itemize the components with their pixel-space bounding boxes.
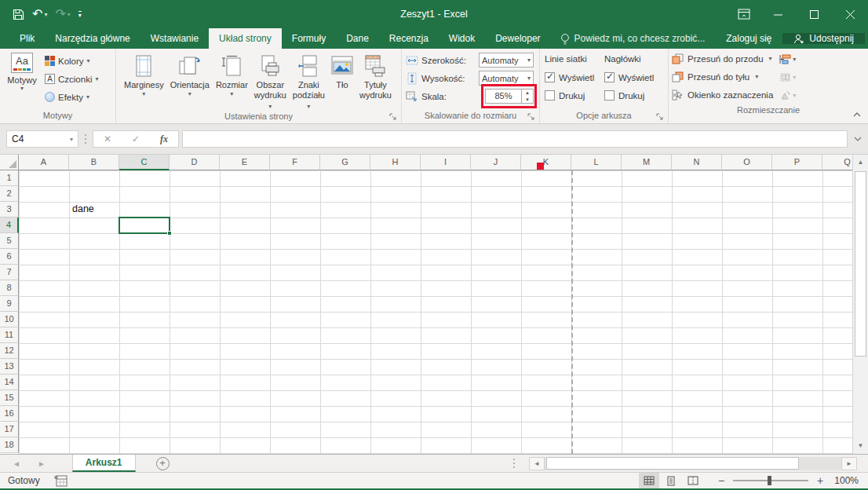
column-header-G[interactable]: G <box>320 155 370 170</box>
enter-button[interactable]: ✓ <box>122 133 150 144</box>
zoom-out-button[interactable]: − <box>716 474 727 487</box>
scale-spin-buttons[interactable]: ▲▼ <box>522 89 534 104</box>
close-button[interactable] <box>832 0 868 28</box>
theme-effects-button[interactable]: Efekty▾ <box>42 88 100 106</box>
width-dropdown[interactable]: Automaty▾ <box>479 53 534 68</box>
active-cell-C4[interactable] <box>119 217 170 234</box>
select-all-button[interactable] <box>0 155 19 170</box>
normal-view-button[interactable] <box>639 473 659 488</box>
sheet-tab-arkusz1[interactable]: Arkusz1 <box>72 455 136 472</box>
expand-formula-bar-button[interactable] <box>848 135 868 144</box>
tab-recenzja[interactable]: Recenzja <box>379 28 439 49</box>
column-header-N[interactable]: N <box>672 155 722 170</box>
sheet-options-dialog-launcher[interactable] <box>656 112 666 122</box>
print-titles-button[interactable]: Tytuły wydruku <box>356 51 395 111</box>
macro-record-icon[interactable] <box>54 475 67 487</box>
unchecked-checkbox-icon[interactable] <box>545 90 555 101</box>
page-setup-dialog-launcher[interactable] <box>389 112 399 122</box>
height-dropdown[interactable]: Automaty▾ <box>479 71 534 86</box>
column-header-Q[interactable]: Q <box>822 155 852 170</box>
column-header-C[interactable]: C <box>119 155 170 170</box>
name-box-dropdown-icon[interactable]: ▾ <box>70 136 73 143</box>
tab-narzędzia-główne[interactable]: Narzędzia główne <box>45 28 140 49</box>
column-header-J[interactable]: J <box>471 155 521 170</box>
collapse-ribbon-button[interactable] <box>852 109 862 120</box>
column-header-D[interactable]: D <box>170 155 220 170</box>
name-box[interactable]: C4▾ <box>6 130 78 148</box>
send-backward-button[interactable]: Przesuń do tyłu▾ <box>672 68 773 86</box>
tab-deweloper[interactable]: Deweloper <box>485 28 550 49</box>
share-button[interactable]: Udostępnij <box>782 33 865 44</box>
column-header-M[interactable]: M <box>622 155 672 170</box>
column-header-H[interactable]: H <box>370 155 421 170</box>
cancel-button[interactable]: ✕ <box>93 133 122 144</box>
rotate-button[interactable]: ▾ <box>779 86 796 104</box>
next-sheet-icon[interactable]: ► <box>38 459 46 468</box>
vertical-scroll-thumb[interactable] <box>855 171 866 357</box>
ribbon-display-options-button[interactable] <box>728 0 760 28</box>
unchecked-checkbox-icon[interactable] <box>604 90 615 101</box>
row-header-13[interactable]: 13 <box>0 359 19 375</box>
insert-function-button[interactable]: fx <box>150 133 178 145</box>
horizontal-scrollbar[interactable]: ◄ ► <box>529 457 857 470</box>
tab-formuły[interactable]: Formuły <box>282 28 336 49</box>
horizontal-scroll-thumb[interactable] <box>546 457 799 470</box>
row-header-15[interactable]: 15 <box>0 390 19 406</box>
checked-checkbox-icon[interactable] <box>604 72 615 82</box>
scale-value[interactable]: 85% <box>485 89 522 104</box>
scroll-right-icon[interactable]: ► <box>841 457 857 470</box>
column-header-I[interactable]: I <box>421 155 471 170</box>
formula-bar-splitter[interactable] <box>78 134 93 144</box>
prev-sheet-icon[interactable]: ◄ <box>13 459 20 468</box>
column-header-L[interactable]: L <box>571 155 622 170</box>
theme-fonts-button[interactable]: A Czcionki▾ <box>42 70 100 88</box>
scale-dialog-launcher[interactable] <box>527 112 537 122</box>
row-header-14[interactable]: 14 <box>0 375 19 390</box>
page-layout-view-button[interactable] <box>661 473 681 488</box>
tab-widok[interactable]: Widok <box>439 28 485 49</box>
themes-button[interactable]: Aa Motywy ▾ <box>2 51 42 110</box>
page-break-view-button[interactable] <box>683 473 703 488</box>
row-header-1[interactable]: 1 <box>0 170 19 186</box>
zoom-slider[interactable] <box>733 480 808 481</box>
zoom-level[interactable]: 100% <box>827 475 859 486</box>
row-header-5[interactable]: 5 <box>0 233 19 249</box>
column-header-K[interactable]: K <box>521 155 571 170</box>
bring-forward-button[interactable]: Przesuń do przodu▾ <box>672 49 773 68</box>
row-header-6[interactable]: 6 <box>0 249 19 265</box>
row-header-18[interactable]: 18 <box>0 437 19 453</box>
background-button[interactable]: Tło <box>328 51 356 111</box>
zoom-slider-thumb[interactable] <box>768 476 771 485</box>
checkbox-wyświetl[interactable]: Wyświetl <box>545 68 604 86</box>
size-button[interactable]: Rozmiar ▾ <box>213 51 251 111</box>
row-header-17[interactable]: 17 <box>0 422 19 437</box>
row-header-12[interactable]: 12 <box>0 343 19 359</box>
vertical-scrollbar[interactable]: ▲ ▼ <box>852 155 868 454</box>
group-objects-button[interactable]: ▾ <box>779 68 796 86</box>
theme-colors-button[interactable]: Kolory▾ <box>42 52 100 70</box>
row-header-2[interactable]: 2 <box>0 186 19 202</box>
zoom-in-button[interactable]: + <box>815 474 826 487</box>
row-header-11[interactable]: 11 <box>0 327 19 343</box>
tab-wstawianie[interactable]: Wstawianie <box>140 28 209 49</box>
scroll-left-icon[interactable]: ◄ <box>529 457 545 470</box>
tab-scroll-splitter[interactable] <box>507 459 521 468</box>
row-header-8[interactable]: 8 <box>0 280 19 296</box>
tab-układ-strony[interactable]: Układ strony <box>209 28 282 49</box>
tab-plik[interactable]: Plik <box>9 28 45 49</box>
cell-B3[interactable]: dane <box>69 202 119 218</box>
sign-in-button[interactable]: Zaloguj się <box>715 33 782 44</box>
selection-pane-button[interactable]: Okienko zaznaczenia <box>672 86 773 104</box>
checkbox-drukuj[interactable]: Drukuj <box>545 86 604 104</box>
spin-down-icon[interactable]: ▼ <box>522 97 533 104</box>
minimize-button[interactable] <box>760 0 796 28</box>
checkbox-wyświetl[interactable]: Wyświetl <box>604 68 664 86</box>
print-area-button[interactable]: Obszar wydruku ▾ <box>251 51 290 111</box>
column-header-A[interactable]: A <box>19 155 69 170</box>
orientation-button[interactable]: Orientacja ▾ <box>167 51 213 111</box>
row-header-3[interactable]: 3 <box>0 202 19 218</box>
maximize-button[interactable] <box>796 0 832 28</box>
row-header-10[interactable]: 10 <box>0 312 19 327</box>
column-header-B[interactable]: B <box>69 155 119 170</box>
tell-me-box[interactable]: Powiedz mi, co chcesz zrobić... <box>551 28 715 49</box>
